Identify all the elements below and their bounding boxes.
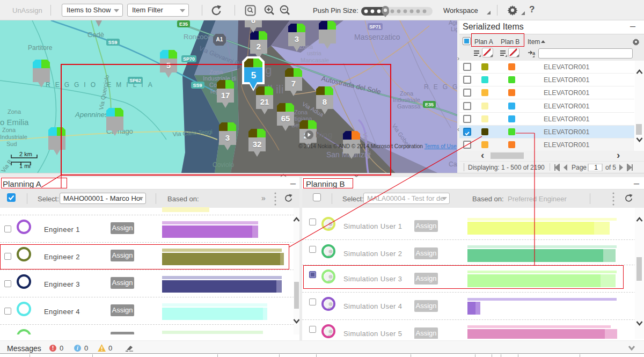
svg-text:2 km: 2 km [19, 151, 32, 157]
svg-text:Apennines: Apennines [75, 111, 108, 119]
svg-text:Zona: Zona [209, 69, 223, 75]
svg-text:o Emilia: o Emilia [0, 118, 29, 127]
svg-text:5: 5 [251, 70, 256, 81]
svg-text:SS9: SS9 [108, 40, 117, 45]
svg-text:Zona: Zona [8, 108, 21, 115]
svg-text:Agrico: Agrico [449, 20, 457, 26]
svg-text:Cadè: Cadè [87, 31, 104, 39]
svg-text:Coviolo: Coviolo [213, 161, 234, 169]
svg-text:Zona: Zona [2, 127, 16, 133]
svg-text:of 5: of 5 [605, 164, 616, 171]
svg-text:Castellaz: Castellaz [449, 161, 457, 168]
svg-text:Partitore: Partitore [28, 44, 53, 52]
svg-text:Roncocesi: Roncocesi [184, 33, 216, 41]
svg-text:Gavassa: Gavassa [397, 103, 421, 110]
svg-text:E35: E35 [179, 21, 188, 27]
svg-text:E35: E35 [425, 102, 434, 107]
svg-text:Zona: Zona [400, 90, 414, 97]
svg-text:a: a [532, 50, 536, 56]
svg-text:ustria: ustria [307, 50, 322, 56]
svg-text:Massenzatico: Massenzatico [354, 33, 400, 41]
svg-text:SP62: SP62 [129, 78, 141, 83]
svg-text:bing: bing [316, 130, 333, 139]
svg-text:Sud: Sud [6, 141, 17, 147]
svg-text:Page: Page [572, 164, 587, 171]
svg-text:SS9: SS9 [193, 83, 202, 88]
svg-text:1: 1 [594, 164, 598, 171]
svg-text:Zona: Zona [294, 109, 308, 115]
svg-text:Ligab: Ligab [451, 26, 457, 32]
svg-text:Industriale: Industriale [393, 97, 420, 103]
svg-text:SP70: SP70 [183, 56, 195, 62]
svg-text:A1: A1 [216, 37, 223, 42]
svg-text:REGG: REGG [424, 83, 457, 91]
svg-text:Mancasale: Mancasale [301, 57, 329, 63]
svg-text:SP71: SP71 [369, 24, 381, 30]
svg-text:Industriale: Industriale [0, 134, 27, 140]
svg-text:1 mi: 1 mi [19, 163, 31, 169]
